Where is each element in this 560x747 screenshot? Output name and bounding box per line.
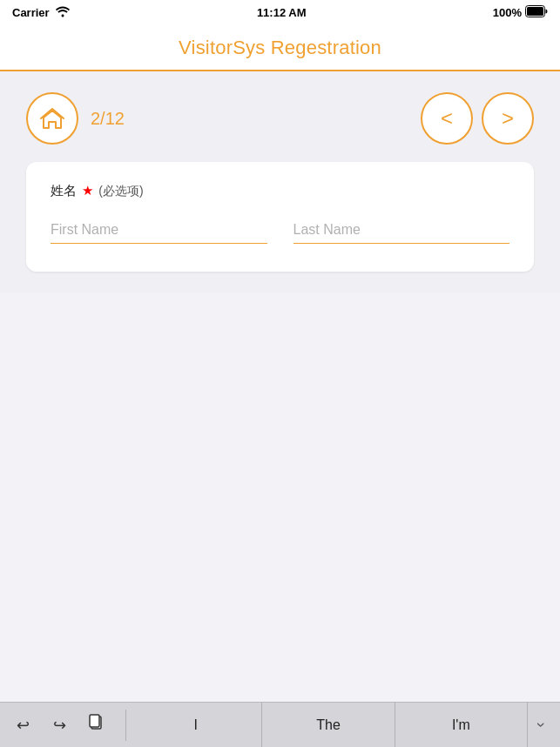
carrier-label: Carrier [12, 6, 50, 19]
last-name-input[interactable] [293, 219, 510, 244]
status-right-group: 100% [493, 5, 548, 20]
nav-row: 2/12 < > [26, 92, 534, 145]
field-name-text: 姓名 [51, 183, 77, 198]
status-time: 11:12 AM [257, 6, 307, 19]
main-content: 2/12 < > 姓名 ★ (必选项) [0, 71, 560, 293]
undo-button[interactable]: ↩ [7, 710, 38, 741]
home-button[interactable] [26, 92, 78, 145]
bottom-toolbar: ↩ ↪ I The I'm › [0, 702, 560, 747]
nav-left: 2/12 [26, 92, 125, 145]
forward-button[interactable]: > [482, 92, 534, 145]
clipboard-icon [87, 714, 105, 736]
last-name-group [293, 219, 510, 244]
undo-icon: ↩ [17, 716, 30, 735]
name-input-row [51, 219, 509, 244]
chevron-down-icon: › [531, 723, 550, 728]
form-card: 姓名 ★ (必选项) [26, 162, 534, 272]
toolbar-chevron-button[interactable]: › [527, 703, 553, 747]
toolbar-divider [125, 710, 126, 741]
status-bar: Carrier 11:12 AM 100% [0, 0, 560, 24]
redo-button[interactable]: ↪ [44, 710, 75, 741]
optional-text: (必选项) [98, 184, 143, 198]
field-label: 姓名 ★ (必选项) [51, 183, 509, 199]
nav-right: < > [421, 92, 534, 145]
first-name-input[interactable] [51, 219, 267, 244]
app-title: VisitorSys Regestration [179, 37, 381, 58]
forward-chevron-icon: > [502, 106, 514, 131]
suggestion-i-label: I [193, 717, 197, 733]
svg-rect-1 [527, 7, 543, 16]
suggestion-the-label: The [316, 717, 341, 733]
svg-rect-3 [90, 715, 99, 727]
back-button[interactable]: < [421, 92, 473, 145]
suggestion-im-label: I'm [452, 717, 470, 733]
battery-label: 100% [493, 6, 522, 19]
redo-icon: ↪ [53, 716, 66, 735]
suggestion-i-button[interactable]: I [130, 703, 262, 747]
battery-icon [525, 5, 548, 20]
first-name-group [51, 219, 267, 244]
toolbar-actions: ↩ ↪ [7, 710, 111, 741]
wifi-icon [55, 5, 71, 20]
step-indicator: 2/12 [91, 109, 125, 129]
app-header: VisitorSys Regestration [0, 24, 560, 71]
status-carrier: Carrier [12, 5, 71, 20]
suggestion-im-button[interactable]: I'm [395, 703, 527, 747]
clipboard-button[interactable] [80, 710, 111, 741]
toolbar-suggestions: I The I'm [130, 703, 527, 747]
suggestion-the-button[interactable]: The [262, 703, 395, 747]
required-star: ★ [82, 183, 93, 198]
back-chevron-icon: < [441, 106, 453, 131]
